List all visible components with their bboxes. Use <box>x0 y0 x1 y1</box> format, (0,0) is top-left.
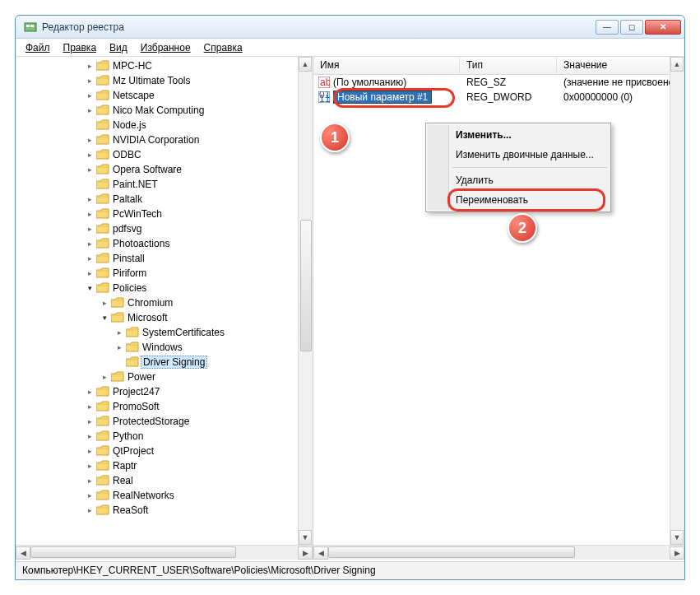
tree-item-label: RealNetworks <box>113 490 174 501</box>
value-row[interactable]: (По умолчанию)REG_SZ(значение не присвое… <box>313 75 670 90</box>
scroll-up-icon[interactable]: ▲ <box>299 57 312 72</box>
chevron-right-icon[interactable]: ▸ <box>85 76 95 86</box>
chevron-right-icon[interactable]: ▸ <box>85 209 95 219</box>
tree-item[interactable]: ▸Real <box>16 473 313 488</box>
tree-hscroll[interactable]: ◀ ▶ <box>16 545 313 560</box>
tree-item[interactable]: Driver Signing <box>16 355 313 370</box>
tree-item[interactable]: ▸Paltalk <box>16 192 313 207</box>
chevron-right-icon[interactable]: ▸ <box>85 165 95 174</box>
tree-hscroll-thumb[interactable] <box>30 546 236 558</box>
chevron-right-icon[interactable]: ▸ <box>85 387 95 397</box>
tree-vscroll[interactable]: ▲ ▼ <box>298 57 313 545</box>
values-header[interactable]: Имя Тип Значение <box>313 57 684 75</box>
chevron-right-icon[interactable]: ▸ <box>85 476 95 486</box>
chevron-right-icon[interactable]: ▸ <box>85 253 95 263</box>
tree-item[interactable]: Node.js <box>16 118 313 132</box>
chevron-right-icon[interactable]: ▸ <box>85 446 95 456</box>
ctx-delete[interactable]: Удалить <box>428 170 609 190</box>
chevron-down-icon[interactable]: ▾ <box>100 313 109 323</box>
chevron-right-icon[interactable]: ▸ <box>85 416 95 426</box>
tree-item-label: ReaSoft <box>113 504 148 516</box>
col-name[interactable]: Имя <box>313 57 460 74</box>
tree-item[interactable]: ▸Photoactions <box>16 236 313 251</box>
tree-item[interactable]: ▸Pinstall <box>16 251 313 266</box>
tree-item[interactable]: ▸Project247 <box>16 384 313 399</box>
chevron-right-icon[interactable]: ▸ <box>85 224 95 234</box>
ctx-modify[interactable]: Изменить... <box>428 125 609 145</box>
list-vscroll[interactable]: ▲ ▼ <box>670 57 684 545</box>
titlebar[interactable]: Редактор реестра — ◻ ✕ <box>16 16 684 39</box>
folder-icon <box>96 282 109 294</box>
tree-item[interactable]: Paint.NET <box>16 177 313 192</box>
ctx-rename[interactable]: Переименовать <box>428 190 609 210</box>
chevron-right-icon[interactable]: ▸ <box>85 135 95 145</box>
tree-item[interactable]: ▸ProtectedStorage <box>16 414 313 429</box>
value-row[interactable]: Новый параметр #1REG_DWORD0x00000000 (0) <box>313 90 670 105</box>
tree-item[interactable]: ▾Policies <box>16 281 313 295</box>
chevron-right-icon[interactable]: ▸ <box>85 105 95 115</box>
tree-item[interactable]: ▸NVIDIA Corporation <box>16 132 313 147</box>
chevron-right-icon[interactable]: ▸ <box>85 402 95 411</box>
menu-view[interactable]: Вид <box>104 40 132 55</box>
chevron-right-icon[interactable]: ▸ <box>85 61 95 71</box>
tree-item[interactable]: ▸Mz Ultimate Tools <box>16 73 313 88</box>
maximize-button[interactable]: ◻ <box>620 20 643 35</box>
chevron-right-icon[interactable]: ▸ <box>85 239 95 249</box>
chevron-right-icon[interactable]: ▸ <box>85 268 95 278</box>
chevron-right-icon[interactable]: ▸ <box>100 298 109 308</box>
scroll-up-icon[interactable]: ▲ <box>670 57 684 72</box>
tree-item[interactable]: ▸PromoSoft <box>16 399 313 414</box>
tree-item[interactable]: ▸Nico Mak Computing <box>16 103 313 118</box>
chevron-right-icon[interactable]: ▸ <box>85 490 95 500</box>
menu-favorites[interactable]: Избранное <box>136 40 196 55</box>
chevron-right-icon[interactable]: ▸ <box>85 91 95 100</box>
tree-item[interactable]: ▸MPC-HC <box>16 58 313 73</box>
menu-help[interactable]: Справка <box>199 40 248 55</box>
chevron-right-icon[interactable]: ▸ <box>85 461 95 471</box>
tree-item[interactable]: ▸Raptr <box>16 458 313 473</box>
tree-item[interactable]: ▸ReaSoft <box>16 503 313 518</box>
tree-item[interactable]: ▸ODBC <box>16 147 313 162</box>
tree-item[interactable]: ▸Python <box>16 429 313 444</box>
tree-item[interactable]: ▸PcWinTech <box>16 207 313 221</box>
chevron-right-icon[interactable]: ▸ <box>85 431 95 441</box>
scroll-down-icon[interactable]: ▼ <box>670 530 684 545</box>
tree-item[interactable]: ▸QtProject <box>16 444 313 458</box>
list-hscroll[interactable]: ◀ ▶ <box>313 545 684 560</box>
tree-item[interactable]: ▸pdfsvg <box>16 221 313 236</box>
tree-item[interactable]: ▸Windows <box>16 340 313 355</box>
tree-item[interactable]: ▸Power <box>16 370 313 384</box>
folder-icon <box>96 105 109 116</box>
list-hscroll-thumb[interactable] <box>328 546 575 558</box>
col-value[interactable]: Значение <box>557 57 684 74</box>
chevron-right-icon[interactable]: ▸ <box>85 194 95 204</box>
scroll-right-icon[interactable]: ▶ <box>670 546 684 560</box>
tree-item[interactable]: ▸Chromium <box>16 295 313 310</box>
chevron-right-icon[interactable]: ▸ <box>114 328 124 337</box>
col-type[interactable]: Тип <box>460 57 557 74</box>
chevron-right-icon[interactable]: ▸ <box>85 505 95 515</box>
chevron-right-icon[interactable]: ▸ <box>114 342 124 352</box>
tree-item[interactable]: ▸Piriform <box>16 266 313 281</box>
rename-input[interactable]: Новый параметр #1 <box>333 91 432 104</box>
chevron-down-icon[interactable]: ▾ <box>85 283 95 293</box>
ctx-modify-binary[interactable]: Изменить двоичные данные... <box>428 145 609 165</box>
close-button[interactable]: ✕ <box>645 20 681 35</box>
scroll-left-icon[interactable]: ◀ <box>16 546 30 560</box>
scroll-right-icon[interactable]: ▶ <box>298 546 313 560</box>
tree-item[interactable]: ▸RealNetworks <box>16 488 313 503</box>
tree-item[interactable]: ▸Opera Software <box>16 162 313 177</box>
chevron-right-icon[interactable]: ▸ <box>85 150 95 160</box>
tree-item[interactable]: ▸SystemCertificates <box>16 325 313 340</box>
menu-edit[interactable]: Правка <box>58 40 102 55</box>
tree-vscroll-thumb[interactable] <box>300 220 312 351</box>
menu-file[interactable]: Файл <box>21 40 55 55</box>
registry-tree[interactable]: ▸MPC-HC▸Mz Ultimate Tools▸Netscape▸Nico … <box>16 57 313 545</box>
minimize-button[interactable]: — <box>596 20 619 35</box>
tree-item[interactable]: ▸Netscape <box>16 88 313 103</box>
scroll-left-icon[interactable]: ◀ <box>313 546 328 560</box>
chevron-right-icon[interactable]: ▸ <box>100 372 109 382</box>
scroll-down-icon[interactable]: ▼ <box>299 530 312 545</box>
tree-item[interactable]: ▾Microsoft <box>16 310 313 325</box>
folder-icon <box>96 490 109 501</box>
